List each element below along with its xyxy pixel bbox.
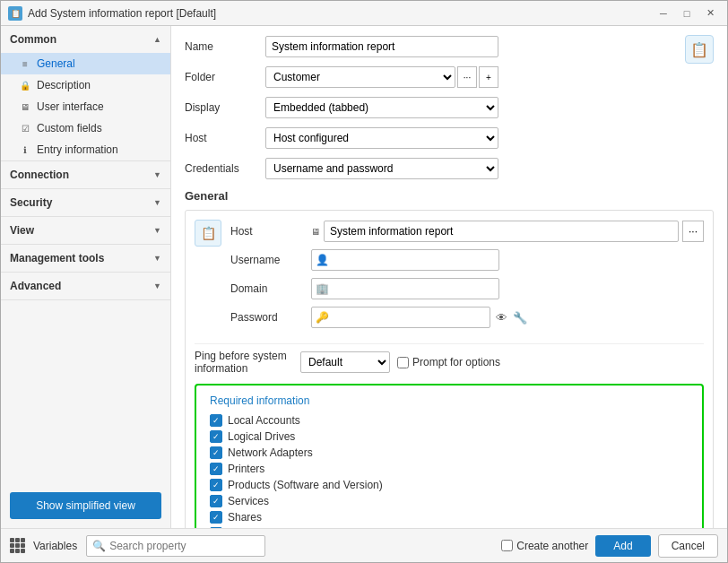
prompt-for-options-checkbox[interactable]: [397, 357, 409, 368]
checkbox-checked-icon: ✓: [210, 446, 222, 459]
general-icon: ≡: [19, 57, 31, 70]
folder-label: Folder: [185, 71, 265, 83]
ping-row: Ping before system information Default P…: [195, 350, 704, 375]
sidebar-section-view: View ▼: [1, 217, 170, 245]
create-another-checkbox[interactable]: [501, 540, 513, 551]
chevron-down-icon-4: ▼: [153, 254, 161, 263]
sidebar-item-entry-information[interactable]: ℹ Entry information: [1, 139, 170, 160]
form-row-display: Display Embedded (tabbed): [185, 96, 714, 119]
name-input[interactable]: [265, 36, 498, 57]
bottom-bar: Variables 🔍 Create another Add Cancel: [1, 528, 727, 562]
user-icon: 👤: [316, 254, 329, 266]
display-label: Display: [185, 101, 265, 114]
password-input[interactable]: [333, 307, 486, 327]
host-top-select[interactable]: Host configured: [265, 127, 498, 149]
search-icon: 🔍: [92, 540, 106, 552]
form-row-host-general: Host 🖥 ···: [230, 220, 704, 243]
sidebar-section-common: Common ▲ ≡ General 🔒 Description 🖥 User …: [1, 26, 170, 161]
general-section-icon: 📋: [195, 220, 221, 247]
add-button[interactable]: Add: [595, 535, 650, 557]
window-title: Add System information report [Default]: [28, 7, 216, 20]
bottom-left: Variables: [10, 538, 77, 554]
sidebar-item-user-interface[interactable]: 🖥 User interface: [1, 96, 170, 117]
search-box[interactable]: 🔍: [86, 535, 265, 557]
show-password-button[interactable]: 👁: [494, 311, 509, 325]
create-another-label[interactable]: Create another: [501, 540, 588, 552]
search-input[interactable]: [109, 540, 259, 552]
required-info-item[interactable]: ✓Local Accounts: [210, 414, 689, 427]
minimize-button[interactable]: ─: [654, 5, 673, 22]
form-row-host-top: Host Host configured: [185, 126, 714, 150]
required-info-item[interactable]: ✓Products (Software and Version): [210, 479, 689, 491]
required-info-title: Required information: [210, 394, 689, 407]
sidebar-section-view-header[interactable]: View ▼: [1, 217, 170, 244]
window-icon: 📋: [8, 6, 22, 21]
domain-label: Domain: [230, 282, 311, 295]
form-row-password: Password 🔑 👁 🔧: [230, 306, 704, 329]
host-general-input[interactable]: [324, 221, 679, 242]
credentials-label: Credentials: [185, 162, 265, 175]
sidebar-item-description[interactable]: 🔒 Description: [1, 74, 170, 96]
checkbox-checked-icon: ✓: [210, 495, 222, 507]
host-general-label: Host: [230, 225, 311, 238]
sidebar-section-management-tools: Management tools ▼: [1, 245, 170, 273]
form-row-name: Name: [185, 35, 676, 58]
cancel-button[interactable]: Cancel: [658, 534, 718, 558]
checkbox-checked-icon: ✓: [210, 430, 222, 443]
generate-password-button[interactable]: 🔧: [511, 311, 529, 325]
lock-icon: 🔒: [19, 79, 31, 91]
credentials-select[interactable]: Username and password: [265, 158, 498, 179]
grid-icon[interactable]: [10, 538, 26, 554]
prompt-for-options-label[interactable]: Prompt for options: [397, 356, 500, 368]
checkbox-checked-icon: ✓: [210, 511, 222, 524]
bottom-right: Create another Add Cancel: [501, 534, 718, 558]
form-row-folder: Folder Customer ··· +: [185, 65, 714, 89]
sidebar-item-custom-fields[interactable]: ☑ Custom fields: [1, 117, 170, 139]
ping-label: Ping before system information: [195, 350, 293, 375]
chevron-down-icon: ▼: [153, 170, 161, 179]
general-section-title: General: [185, 189, 714, 203]
required-info-item[interactable]: ✓Logical Drives: [210, 430, 689, 443]
required-info-item[interactable]: ✓Printers: [210, 463, 689, 475]
variables-label[interactable]: Variables: [33, 540, 77, 552]
domain-icon: 🏢: [316, 282, 329, 295]
form-row-domain: Domain 🏢: [230, 277, 704, 300]
sidebar-item-general[interactable]: ≡ General: [1, 53, 170, 74]
host-top-label: Host: [185, 132, 265, 144]
required-info-box: Required information ✓Local Accounts✓Log…: [195, 384, 704, 528]
sidebar-section-advanced-header[interactable]: Advanced ▼: [1, 273, 170, 299]
username-input[interactable]: [333, 250, 495, 270]
close-button[interactable]: ✕: [700, 5, 720, 22]
form-row-username: Username 👤: [230, 248, 704, 272]
sidebar-section-connection-header[interactable]: Connection ▼: [1, 161, 170, 188]
required-info-item[interactable]: ✓Services: [210, 495, 689, 507]
domain-input[interactable]: [333, 279, 495, 299]
key-icon: 🔑: [316, 311, 329, 324]
username-label: Username: [230, 254, 311, 266]
checkbox-icon: ☑: [19, 122, 31, 134]
monitor-icon: 🖥: [19, 100, 31, 113]
host-dots-button[interactable]: ···: [682, 221, 704, 242]
display-select[interactable]: Embedded (tabbed): [265, 97, 498, 118]
chevron-down-icon-3: ▼: [153, 226, 161, 235]
required-info-item[interactable]: ✓Network Adapters: [210, 446, 689, 459]
folder-add-button[interactable]: +: [479, 66, 498, 88]
folder-select[interactable]: Customer: [265, 66, 455, 88]
sidebar-section-advanced: Advanced ▼: [1, 273, 170, 300]
sidebar-footer: Show simplified view: [1, 483, 170, 528]
chevron-down-icon-5: ▼: [153, 282, 161, 290]
required-info-item[interactable]: ✓Shares: [210, 511, 689, 524]
checkbox-checked-icon: ✓: [210, 414, 222, 427]
sidebar-section-common-header[interactable]: Common ▲: [1, 26, 170, 53]
show-simplified-view-button[interactable]: Show simplified view: [10, 492, 161, 519]
maximize-button[interactable]: □: [677, 5, 697, 22]
chevron-up-icon: ▲: [153, 35, 161, 44]
sidebar-section-security-header[interactable]: Security ▼: [1, 189, 170, 216]
sidebar-section-management-header[interactable]: Management tools ▼: [1, 245, 170, 272]
info-icon: ℹ: [19, 143, 31, 156]
form-row-credentials: Credentials Username and password: [185, 157, 714, 180]
window-controls: ─ □ ✕: [654, 5, 720, 22]
checkbox-checked-icon: ✓: [210, 463, 222, 475]
folder-dots-button[interactable]: ···: [457, 66, 477, 88]
ping-select[interactable]: Default: [300, 351, 390, 373]
